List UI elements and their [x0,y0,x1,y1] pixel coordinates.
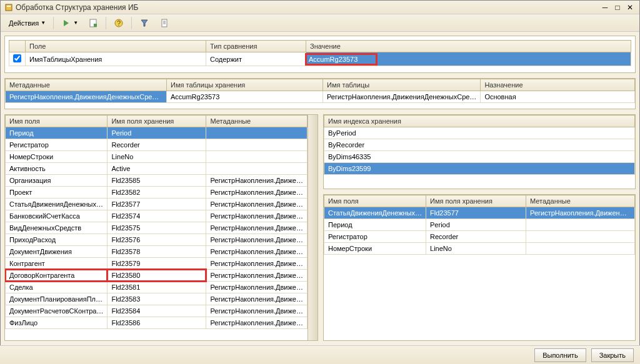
field-storage-cell[interactable]: Fld23575 [108,222,206,234]
field-name-cell[interactable]: ВидДенежныхСредств [6,222,108,234]
field-meta-cell[interactable] [206,163,308,175]
field-storage-cell[interactable]: Period [108,127,206,139]
field-meta-cell[interactable]: РегистрНакопления.Движе… [206,222,308,234]
field-name-cell[interactable]: ДоговорКонтрагента [6,270,108,282]
field-meta-cell[interactable]: РегистрНакопления.Движе… [206,270,308,282]
field-storage-cell[interactable]: Active [108,163,206,175]
field-storage-cell[interactable]: Fld23581 [108,282,206,293]
meta-cell-purpose[interactable]: Основная [481,91,635,103]
execute-button[interactable]: Выполнить [534,348,586,362]
table-row[interactable]: ОрганизацияFld23585РегистрНакопления.Дви… [6,175,308,187]
table-row[interactable]: НомерСтрокиLineNo [324,243,635,255]
idx-field-name-cell[interactable]: НомерСтроки [324,243,426,255]
table-row[interactable]: ПриходРасходFld23576РегистрНакопления.Дв… [6,234,308,246]
field-name-cell[interactable]: БанковскийСчетКасса [6,210,108,222]
filter-comparison-cell[interactable]: Содержит [206,52,306,66]
table-row[interactable]: ФизЛицоFld23586РегистрНакопления.Движе… [6,317,308,329]
idx-field-meta-cell[interactable] [526,231,635,243]
field-name-cell[interactable]: Сделка [6,282,108,293]
fields-header-name[interactable]: Имя поля [6,116,108,127]
field-name-cell[interactable]: Организация [6,175,108,187]
field-meta-cell[interactable]: РегистрНакопления.Движе… [206,187,308,199]
table-row[interactable]: ПроектFld23582РегистрНакопления.Движе… [6,187,308,199]
table-row[interactable]: БанковскийСчетКассаFld23574РегистрНакопл… [6,210,308,222]
play-button[interactable]: ▼ [57,16,82,30]
filter-field-cell[interactable]: ИмяТаблицыХранения [26,52,206,66]
table-row[interactable]: ДокументРасчетовСКонтра…Fld23584РегистрН… [6,305,308,317]
table-row[interactable]: КонтрагентFld23579РегистрНакопления.Движ… [6,258,308,270]
idx-field-name-cell[interactable]: СтатьяДвиженияДенежных… [324,207,426,219]
field-storage-cell[interactable]: Fld23577 [108,199,206,210]
field-meta-cell[interactable]: РегистрНакопления.Движе… [206,258,308,270]
table-row[interactable]: СделкаFld23581РегистрНакопления.Движе… [6,282,308,293]
idx-field-storage-cell[interactable]: LineNo [426,243,526,255]
field-meta-cell[interactable]: РегистрНакопления.Движе… [206,305,308,317]
actions-menu[interactable]: Действия ▼ [4,16,50,30]
meta-header-metadata[interactable]: Метаданные [6,79,167,91]
field-storage-cell[interactable]: Fld23574 [108,210,206,222]
field-name-cell[interactable]: Период [6,127,108,139]
filter-header-comparison[interactable]: Тип сравнения [206,41,306,52]
index-name-cell[interactable]: ByPeriod [324,127,635,139]
meta-cell-table[interactable]: РегистрНакопления.ДвиженияДенежныхСре… [323,91,481,103]
field-meta-cell[interactable] [206,151,308,163]
idx-fields-header-meta[interactable]: Метаданные [526,195,635,207]
idx-field-name-cell[interactable]: Регистратор [324,231,426,243]
field-name-cell[interactable]: Проект [6,187,108,199]
field-name-cell[interactable]: СтатьяДвиженияДенежных… [6,199,108,210]
index-header[interactable]: Имя индекса хранения [324,116,635,127]
meta-header-purpose[interactable]: Назначение [481,79,635,91]
field-storage-cell[interactable]: Fld23584 [108,305,206,317]
field-name-cell[interactable]: ПриходРасход [6,234,108,246]
table-row[interactable]: АктивностьActive [6,163,308,175]
field-name-cell[interactable]: ФизЛицо [6,317,108,329]
filter-header-field[interactable]: Поле [26,41,206,52]
idx-field-meta-cell[interactable]: РегистрНакопления.Движен… [526,207,635,219]
document-button[interactable] [155,16,174,30]
idx-field-storage-cell[interactable]: Fld23577 [426,207,526,219]
table-row[interactable]: ПериодPeriod [324,219,635,231]
field-meta-cell[interactable]: РегистрНакопления.Движе… [206,293,308,305]
field-name-cell[interactable]: ДокументПланированияПл… [6,293,108,305]
table-row[interactable]: СтатьяДвиженияДенежных…Fld23577РегистрНа… [324,207,635,219]
field-storage-cell[interactable]: LineNo [108,151,206,163]
metadata-row[interactable]: РегистрНакопления.ДвиженияДенежныхСре… A… [6,91,635,103]
field-storage-cell[interactable]: Fld23580 [108,270,206,282]
meta-header-table[interactable]: Имя таблицы [323,79,481,91]
table-row[interactable]: НомерСтрокиLineNo [6,151,308,163]
field-name-cell[interactable]: ДокументРасчетовСКонтра… [6,305,108,317]
idx-fields-header-name[interactable]: Имя поля [324,195,426,207]
index-name-cell[interactable]: ByDims23599 [324,163,635,175]
table-row[interactable]: ДоговорКонтрагентаFld23580РегистрНакопле… [6,270,308,282]
table-row[interactable]: ByRecorder [324,139,635,151]
table-row[interactable]: СтатьяДвиженияДенежных…Fld23577РегистрНа… [6,199,308,210]
table-row[interactable]: ByDims23599 [324,163,635,175]
field-meta-cell[interactable]: РегистрНакопления.Движе… [206,199,308,210]
field-meta-cell[interactable]: РегистрНакопления.Движе… [206,246,308,258]
field-storage-cell[interactable]: Fld23583 [108,293,206,305]
field-storage-cell[interactable]: Fld23579 [108,258,206,270]
field-meta-cell[interactable]: РегистрНакопления.Движе… [206,175,308,187]
table-row[interactable]: РегистраторRecorder [324,231,635,243]
table-row[interactable]: ByDims46335 [324,151,635,163]
fields-header-meta[interactable]: Метаданные [206,116,308,127]
scrollbar[interactable] [308,115,318,340]
table-row[interactable]: ДокументПланированияПл…Fld23583РегистрНа… [6,293,308,305]
field-storage-cell[interactable]: Recorder [108,139,206,151]
meta-cell-storage-table[interactable]: AccumRg23573 [167,91,323,103]
idx-field-name-cell[interactable]: Период [324,219,426,231]
meta-header-storage-table[interactable]: Имя таблицы хранения [167,79,323,91]
table-row[interactable]: ПериодPeriod [6,127,308,139]
filter-row[interactable]: ИмяТаблицыХранения Содержит AccumRg23573 [9,52,631,66]
table-row[interactable]: ВидДенежныхСредствFld23575РегистрНакопле… [6,222,308,234]
table-row[interactable]: ByPeriod [324,127,635,139]
help-button[interactable]: ? [109,16,128,30]
table-row[interactable]: РегистраторRecorder [6,139,308,151]
idx-field-storage-cell[interactable]: Recorder [426,231,526,243]
field-storage-cell[interactable]: Fld23585 [108,175,206,187]
field-meta-cell[interactable] [206,139,308,151]
meta-cell-metadata[interactable]: РегистрНакопления.ДвиженияДенежныхСре… [6,91,167,103]
index-name-cell[interactable]: ByDims46335 [324,151,635,163]
minimize-button[interactable]: ─ [599,2,611,12]
fields-header-storage[interactable]: Имя поля хранения [108,116,206,127]
